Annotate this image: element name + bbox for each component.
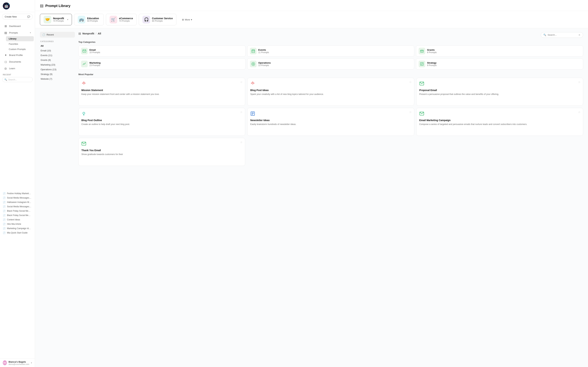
doc-icon: 📄 [3, 197, 6, 199]
filter-email[interactable]: Email (10) [40, 48, 75, 53]
recent-item[interactable]: 📄 Hire Mia Article [0, 222, 35, 226]
cat-chevron-icon: ▾ [67, 18, 68, 21]
top-cat-events[interactable]: Events 11 Prompts [247, 45, 415, 57]
category-card-customer-service[interactable]: 🎧 Customer Service 84 Prompts [139, 14, 176, 25]
search-box[interactable]: 🔍 ✕ [541, 32, 583, 38]
operations-cat-name: Operations [258, 61, 271, 64]
favorite-star-icon[interactable]: ☆ [409, 110, 412, 114]
recent-filter-icon: 🕐 [42, 33, 45, 36]
user-avatar: BS [3, 360, 7, 365]
search-clear-icon[interactable]: ✕ [578, 33, 580, 36]
create-new-button[interactable]: Create New 💬 [2, 14, 33, 20]
recent-item[interactable]: 📄 Black Friday Social Media ... [0, 209, 35, 213]
sidebar-item-favorites[interactable]: Favorites [6, 42, 34, 47]
sidebar-item-custom-prompts[interactable]: Custom Prompts [6, 47, 34, 52]
thank-you-icon [81, 141, 242, 147]
prompt-card-thank-you[interactable]: ☆ Thank You Email Show gratitude towards… [78, 138, 245, 166]
sidebar-item-brand-profile[interactable]: ✦ Brand Profile [1, 52, 34, 58]
mission-desc: Keep your mission statement front and ce… [81, 93, 242, 96]
recent-item[interactable]: 📄 Social Media Messages for... [0, 196, 35, 200]
top-cat-strategy[interactable]: Strategy 9 Prompts [416, 58, 583, 70]
operations-cat-count: 13 Prompts [258, 64, 271, 67]
strategy-cat-count: 9 Prompts [427, 64, 437, 67]
recent-item[interactable]: 📄 Mia Quick Start Guide [0, 231, 35, 235]
education-info: Education 93 Prompts [87, 17, 100, 22]
prompt-card-blog-ideas[interactable]: ☆ Blog Post Ideas Spark your creativity … [247, 78, 414, 106]
user-footer[interactable]: BS Bianca's Bagels demo@coschedule.com ▾ [0, 359, 35, 367]
recent-item[interactable]: 📄 Festive Holiday Marketing ... [0, 191, 35, 196]
doc-icon: 📄 [3, 223, 6, 225]
prompt-card-blog-outline[interactable]: ☆ Blog Post Outline Create an outline to… [78, 108, 245, 136]
proposal-email-title: Proposal Email [419, 89, 580, 92]
filter-operations[interactable]: Operations (13) [40, 67, 75, 72]
grants-cat-info: Grants 8 Prompts [427, 49, 437, 54]
recent-item-text: Content Ideas [7, 218, 20, 221]
prompt-card-proposal-email[interactable]: ☆ Proposal Email Present a persuasive pr… [416, 78, 583, 106]
breadcrumb-icon: ▤ [78, 32, 81, 35]
sidebar-item-learn[interactable]: ◎ Learn [1, 65, 34, 72]
category-card-ecommerce[interactable]: 🛒 eCommerce 73 Prompts [106, 14, 137, 25]
mission-icon [81, 81, 242, 87]
marketing-cat-info: Marketing 23 Prompts [89, 61, 101, 67]
events-cat-icon [250, 48, 257, 54]
prompt-card-newsletter[interactable]: ☆ Newsletter Ideas Easily brainstorm hun… [247, 108, 414, 136]
top-cat-grants[interactable]: Grants 8 Prompts [416, 45, 583, 57]
doc-icon: 📄 [3, 210, 6, 212]
right-panel: ▤ Nonprofit / All 🔍 ✕ Top Categories [78, 32, 583, 169]
filter-marketing[interactable]: Marketing (23) [40, 62, 75, 67]
email-cat-info: Email 10 Prompts [89, 49, 100, 54]
prompt-card-email-campaign[interactable]: ☆ Email Marketing Campaign Compose a ser… [416, 108, 583, 136]
search-input[interactable] [548, 33, 577, 36]
marketing-cat-name: Marketing [89, 61, 101, 64]
sidebar-item-dashboard[interactable]: ⊞ Dashboard [1, 23, 34, 29]
sidebar-item-prompts[interactable]: ▤ Prompts ▾ [1, 30, 34, 36]
filter-website[interactable]: Website (7) [40, 76, 75, 81]
favorite-star-icon[interactable]: ☆ [578, 80, 580, 84]
prompts-label: Prompts [9, 32, 18, 34]
grid-icon: ⊞ [182, 18, 184, 21]
favorite-star-icon[interactable]: ☆ [240, 110, 242, 114]
recent-filter-button[interactable]: 🕐 Recent [40, 32, 75, 38]
filter-all[interactable]: All [40, 43, 75, 48]
filter-strategy[interactable]: Strategy (9) [40, 72, 75, 76]
dashboard-label: Dashboard [9, 25, 21, 27]
recent-item[interactable]: 📄 Social Media Messages for... [0, 204, 35, 209]
more-chevron-icon: ▾ [191, 18, 192, 21]
recent-item[interactable]: 📄 Black Friday Social Media ... [0, 213, 35, 217]
filter-grants[interactable]: Grants (8) [40, 58, 75, 62]
top-cat-operations[interactable]: Operations 13 Prompts [247, 58, 415, 70]
sidebar-item-documents[interactable]: ◻ Documents [1, 58, 34, 65]
svg-point-10 [85, 63, 86, 63]
recent-search-box[interactable]: 🔍 Search... [2, 77, 33, 82]
top-cat-email[interactable]: Email 10 Prompts [78, 45, 245, 57]
favorite-star-icon[interactable]: ☆ [240, 141, 242, 144]
filter-events[interactable]: Events (11) [40, 53, 75, 58]
favorite-star-icon[interactable]: ☆ [578, 110, 580, 114]
marketing-cat-count: 23 Prompts [89, 64, 101, 67]
favorite-star-icon[interactable]: ☆ [240, 80, 242, 84]
events-cat-info: Events 11 Prompts [258, 49, 269, 54]
recent-item-text: Mia Quick Start Guide [7, 232, 27, 234]
breadcrumb-separator: / [95, 32, 96, 35]
email-cat-icon [81, 48, 88, 54]
more-button[interactable]: ⊞ More ▾ [179, 17, 195, 23]
svg-rect-6 [253, 51, 254, 52]
content-area: 🕐 Recent CATEGORIES All Email (10) Event… [35, 28, 588, 173]
prompt-card-mission[interactable]: ☆ Mission Statement Keep your mission st… [78, 78, 245, 106]
proposal-email-desc: Present a persuasive proposal that outli… [419, 93, 580, 96]
favorite-star-icon[interactable]: ☆ [409, 80, 412, 84]
newsletter-desc: Easily brainstorm hundreds of newsletter… [250, 123, 411, 126]
recent-item-text: Festive Holiday Marketing ... [7, 192, 32, 195]
top-cat-marketing[interactable]: Marketing 23 Prompts [78, 58, 245, 70]
sidebar-item-library[interactable]: Library [6, 36, 34, 41]
brand-icon: ✦ [4, 53, 7, 57]
email-campaign-icon [419, 111, 580, 117]
recent-item[interactable]: 📄 Content Ideas [0, 217, 35, 222]
recent-item[interactable]: 📄 Halloween Instagram Mess... [0, 200, 35, 204]
svg-point-13 [83, 82, 85, 84]
learn-icon: ◎ [4, 67, 7, 70]
recent-item[interactable]: 📄 Marketing Campaign Ideas ... [0, 226, 35, 231]
category-card-nonprofit[interactable]: 🤝 Nonprofit 74 Prompts ▾ [40, 14, 72, 25]
footer-chevron-icon: ▾ [31, 362, 32, 364]
category-card-education[interactable]: 🚌 Education 93 Prompts [74, 14, 104, 25]
